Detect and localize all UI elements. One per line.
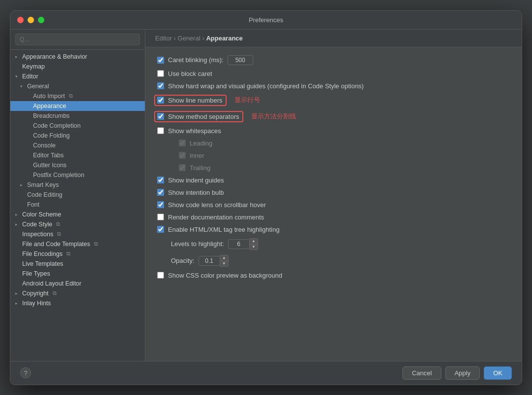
chevron-icon xyxy=(20,182,25,187)
show-line-numbers-checkbox[interactable] xyxy=(157,97,164,104)
sidebar-item-label: Inlay Hints xyxy=(22,300,51,307)
sidebar-item-appearance[interactable]: Appearance xyxy=(10,101,145,111)
opacity-spinner: ▲ ▼ xyxy=(199,255,229,267)
sidebar-item-label: Code Completion xyxy=(33,122,81,129)
sidebar-item-editor[interactable]: Editor xyxy=(10,72,145,81)
sidebar-item-label: Live Templates xyxy=(22,260,63,267)
maximize-button[interactable] xyxy=(38,17,44,23)
show-method-separators-checkbox[interactable] xyxy=(157,113,164,120)
sidebar-item-file-encodings[interactable]: File Encodings ⧉ xyxy=(10,249,145,259)
sidebar-item-label: Gutter Icons xyxy=(33,162,66,169)
show-whitespaces-row: Show whitespaces xyxy=(157,127,510,135)
sidebar-item-keymap[interactable]: Keymap xyxy=(10,62,145,72)
sidebar-item-color-scheme[interactable]: Color Scheme xyxy=(10,210,145,219)
sidebar-item-gutter-icons[interactable]: Gutter Icons xyxy=(10,160,145,170)
sidebar-item-copyright[interactable]: Copyright ⧉ xyxy=(10,288,145,298)
sidebar-item-inspections[interactable]: Inspections ⧉ xyxy=(10,229,145,239)
sidebar-item-label: General xyxy=(27,83,49,90)
settings-area: Caret blinking (ms): Use block caret Sho… xyxy=(145,47,522,361)
sidebar-item-breadcrumbs[interactable]: Breadcrumbs xyxy=(10,111,145,121)
render-documentation-checkbox[interactable] xyxy=(157,214,164,220)
breadcrumb-separator: › xyxy=(174,35,178,42)
inner-checkbox[interactable] xyxy=(179,152,186,159)
opacity-down-arrow[interactable]: ▼ xyxy=(220,261,228,266)
show-whitespaces-checkbox[interactable] xyxy=(157,127,164,134)
copy-icon: ⧉ xyxy=(53,290,57,296)
sidebar-item-code-style[interactable]: Code Style ⧉ xyxy=(10,219,145,229)
sidebar-item-label: Code Editing xyxy=(27,191,63,198)
copy-icon: ⧉ xyxy=(94,241,98,247)
trailing-checkbox[interactable] xyxy=(179,164,186,171)
levels-up-arrow[interactable]: ▲ xyxy=(250,239,258,244)
dialog-body: Appearance & Behavior Keymap Editor Gene… xyxy=(10,30,522,361)
sidebar-item-smart-keys[interactable]: Smart Keys xyxy=(10,180,145,190)
sidebar: Appearance & Behavior Keymap Editor Gene… xyxy=(10,30,145,361)
show-code-lens-label: Show code lens on scrollbar hover xyxy=(168,201,266,209)
caret-blinking-row: Caret blinking (ms): xyxy=(157,55,510,65)
chevron-icon xyxy=(15,212,20,217)
sidebar-item-postfix-completion[interactable]: Postfix Completion xyxy=(10,170,145,180)
show-line-numbers-label: Show line numbers xyxy=(168,97,223,104)
sidebar-item-inlay-hints[interactable]: Inlay Hints xyxy=(10,298,145,308)
sidebar-item-label: Code Folding xyxy=(33,132,69,139)
show-method-separators-highlight: Show method separators xyxy=(154,111,243,122)
chevron-icon xyxy=(15,301,20,306)
sidebar-item-android-layout-editor[interactable]: Android Layout Editor xyxy=(10,279,145,288)
show-intention-bulb-checkbox[interactable] xyxy=(157,189,164,196)
sidebar-item-console[interactable]: Console xyxy=(10,141,145,150)
caret-blinking-input[interactable] xyxy=(228,55,253,65)
levels-spinner: ▲ ▼ xyxy=(228,238,258,250)
sidebar-item-label: Inspections xyxy=(22,231,53,238)
opacity-up-arrow[interactable]: ▲ xyxy=(220,255,228,261)
caret-blinking-checkbox[interactable] xyxy=(157,57,164,64)
sidebar-item-editor-tabs[interactable]: Editor Tabs xyxy=(10,150,145,160)
close-button[interactable] xyxy=(17,17,24,23)
help-button[interactable]: ? xyxy=(20,367,31,378)
apply-button[interactable]: Apply xyxy=(445,366,480,380)
sidebar-item-file-code-templates[interactable]: File and Code Templates ⧉ xyxy=(10,239,145,249)
sidebar-item-auto-import[interactable]: Auto Import ⧉ xyxy=(10,91,145,101)
copy-icon: ⧉ xyxy=(66,251,70,257)
use-block-caret-checkbox[interactable] xyxy=(157,70,164,77)
window-controls xyxy=(17,17,44,23)
show-indent-guides-checkbox[interactable] xyxy=(157,177,164,183)
sidebar-item-code-folding[interactable]: Code Folding xyxy=(10,131,145,141)
levels-to-highlight-row: Levels to highlight: ▲ ▼ xyxy=(157,238,510,250)
opacity-input[interactable] xyxy=(199,256,220,266)
levels-spinner-arrows: ▲ ▼ xyxy=(250,238,258,250)
sidebar-item-label: Editor Tabs xyxy=(33,152,64,159)
sidebar-item-label: Appearance xyxy=(33,103,66,109)
chevron-icon xyxy=(15,74,20,79)
sidebar-item-label: Breadcrumbs xyxy=(33,112,69,119)
show-line-numbers-highlight: Show line numbers xyxy=(154,95,227,106)
copy-icon: ⧉ xyxy=(69,93,73,99)
show-hard-wrap-checkbox[interactable] xyxy=(157,82,164,89)
sidebar-item-code-editing[interactable]: Code Editing xyxy=(10,190,145,200)
show-method-separators-annotation: 显示方法分割线 xyxy=(251,112,296,121)
sidebar-item-appearance-behavior[interactable]: Appearance & Behavior xyxy=(10,52,145,62)
show-hard-wrap-label: Show hard wrap and visual guides (config… xyxy=(168,82,364,90)
minimize-button[interactable] xyxy=(28,17,34,23)
search-input[interactable] xyxy=(15,34,140,45)
ok-button[interactable]: OK xyxy=(484,366,512,380)
sidebar-item-general[interactable]: General xyxy=(10,81,145,91)
levels-input[interactable] xyxy=(228,239,250,249)
sidebar-item-font[interactable]: Font xyxy=(10,200,145,210)
levels-to-highlight-label: Levels to highlight: xyxy=(171,240,224,248)
leading-checkbox[interactable] xyxy=(179,140,186,146)
sidebar-item-label: Font xyxy=(27,201,39,208)
show-intention-bulb-row: Show intention bulb xyxy=(157,189,510,196)
breadcrumb-editor: Editor xyxy=(155,35,172,42)
enable-html-xml-row: Enable HTML/XML tag tree highlighting xyxy=(157,226,510,233)
sidebar-item-live-templates[interactable]: Live Templates xyxy=(10,259,145,269)
show-css-color-checkbox[interactable] xyxy=(157,272,164,279)
show-intention-bulb-label: Show intention bulb xyxy=(168,189,224,196)
sidebar-item-file-types[interactable]: File Types xyxy=(10,269,145,279)
levels-down-arrow[interactable]: ▼ xyxy=(250,244,258,250)
copy-icon: ⧉ xyxy=(57,231,61,237)
enable-html-xml-checkbox[interactable] xyxy=(157,226,164,233)
cancel-button[interactable]: Cancel xyxy=(402,366,441,380)
show-code-lens-checkbox[interactable] xyxy=(157,201,164,208)
sidebar-item-code-completion[interactable]: Code Completion xyxy=(10,121,145,131)
show-method-separators-label: Show method separators xyxy=(168,113,239,120)
